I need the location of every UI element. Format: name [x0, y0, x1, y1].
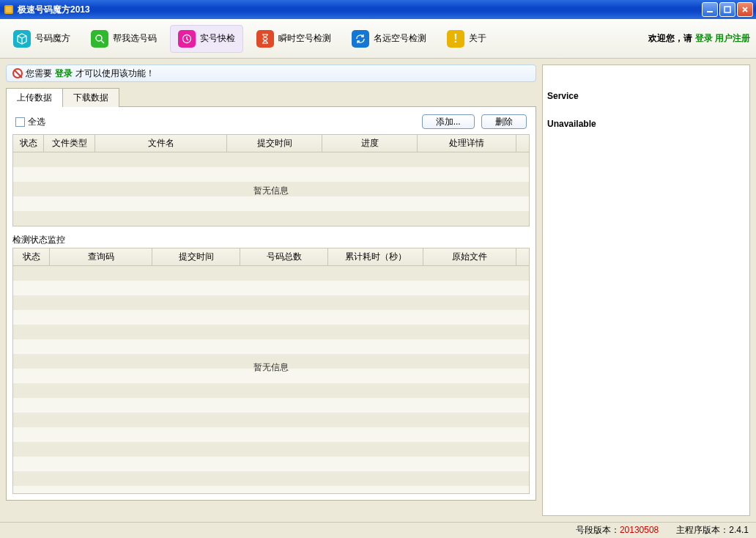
notice-login-link[interactable]: 登录	[55, 67, 73, 80]
monitor-grid-body[interactable]: 暂无信息	[13, 266, 529, 493]
tool-label: 关于	[469, 32, 486, 45]
tool-label: 瞬时空号检测	[278, 32, 331, 45]
tool-quick-check[interactable]: 实号快检	[170, 25, 243, 53]
app-version-label: 主程序版本：	[676, 525, 729, 535]
delete-button[interactable]: 删除	[481, 114, 527, 129]
col-progress[interactable]: 进度	[322, 135, 418, 152]
app-icon	[3, 4, 15, 15]
login-link[interactable]: 登录	[695, 33, 713, 43]
select-all-label: 全选	[28, 116, 45, 128]
forbidden-icon	[12, 68, 23, 78]
col-filename[interactable]: 文件名	[95, 135, 227, 152]
svg-point-3	[96, 35, 102, 41]
tool-label: 帮我选号码	[113, 32, 157, 45]
login-notice: 您需要 登录 才可以使用该功能！	[6, 65, 536, 82]
mcol-status[interactable]: 状态	[13, 248, 50, 265]
minimize-button[interactable]	[702, 2, 718, 17]
mcol-submit-time[interactable]: 提交时间	[152, 248, 240, 265]
svg-rect-1	[707, 11, 713, 12]
welcome-prefix: 欢迎您，请	[648, 33, 694, 43]
window-title: 极速号码魔方2013	[18, 4, 90, 16]
tool-about[interactable]: ! 关于	[440, 25, 494, 53]
clock-icon	[178, 30, 196, 48]
status-bar: 号段版本：20130508 主程序版本：2.4.1	[0, 522, 756, 538]
magnifier-icon	[91, 30, 108, 48]
segment-version-value: 20130508	[620, 525, 659, 535]
close-button[interactable]	[737, 2, 753, 17]
app-version-value: 2.4.1	[729, 525, 749, 535]
upload-panel: 全选 添加... 删除 状态 文件类型 文件名 提交时间 进度 处理详情	[6, 106, 536, 501]
upload-grid-body[interactable]: 暂无信息	[13, 152, 529, 226]
cube-icon	[13, 30, 31, 48]
tool-label: 实号快检	[200, 32, 235, 45]
monitor-title: 检测状态监控	[12, 234, 530, 246]
notice-prefix: 您需要	[26, 67, 52, 80]
mcol-source[interactable]: 原始文件	[423, 248, 516, 265]
window-controls	[702, 2, 753, 17]
side-panel: Service Unavailable	[542, 65, 750, 516]
service-unavailable-heading: Service Unavailable	[547, 78, 745, 134]
upload-empty-message: 暂无信息	[13, 185, 529, 197]
mcol-total[interactable]: 号码总数	[240, 248, 328, 265]
register-link[interactable]: 用户注册	[715, 33, 750, 43]
mcol-query-code[interactable]: 查询码	[50, 248, 152, 265]
col-detail[interactable]: 处理详情	[418, 135, 516, 152]
svg-rect-2	[724, 7, 730, 12]
tab-upload[interactable]: 上传数据	[6, 88, 63, 107]
tool-instant-empty-check[interactable]: 瞬时空号检测	[249, 25, 338, 53]
col-submit-time[interactable]: 提交时间	[227, 135, 322, 152]
monitor-grid: 状态 查询码 提交时间 号码总数 累计耗时（秒） 原始文件 暂无信息	[12, 248, 530, 494]
hourglass-icon	[256, 30, 274, 48]
welcome-text: 欢迎您，请 登录 用户注册	[648, 32, 750, 45]
maximize-button[interactable]	[719, 2, 735, 17]
title-bar: 极速号码魔方2013	[0, 0, 756, 19]
refresh-icon	[352, 30, 369, 48]
mcol-elapsed[interactable]: 累计耗时（秒）	[328, 248, 423, 265]
notice-suffix: 才可以使用该功能！	[75, 67, 155, 80]
checkbox-box-icon	[15, 117, 25, 127]
segment-version-label: 号段版本：	[576, 525, 620, 535]
service-line1: Service	[547, 91, 579, 101]
col-filetype[interactable]: 文件类型	[44, 135, 95, 152]
tool-help-select[interactable]: 帮我选号码	[84, 25, 164, 53]
monitor-empty-message: 暂无信息	[13, 361, 529, 374]
col-status[interactable]: 状态	[13, 135, 44, 152]
info-icon: !	[447, 30, 464, 48]
tool-number-cube[interactable]: 号码魔方	[6, 25, 78, 53]
tool-label: 号码魔方	[35, 32, 70, 45]
segment-version: 号段版本：20130508	[576, 524, 659, 537]
app-version: 主程序版本：2.4.1	[676, 524, 749, 537]
add-button[interactable]: 添加...	[422, 114, 475, 129]
service-line2: Unavailable	[547, 119, 596, 129]
tab-download[interactable]: 下载数据	[62, 88, 119, 107]
main-toolbar: 号码魔方 帮我选号码 实号快检 瞬时空号检测 名远空号检测 ! 关于 欢迎您，请…	[0, 19, 756, 59]
select-all-checkbox[interactable]: 全选	[15, 116, 45, 128]
tool-remote-empty-check[interactable]: 名远空号检测	[344, 25, 434, 53]
tool-label: 名远空号检测	[374, 32, 426, 45]
upload-grid: 状态 文件类型 文件名 提交时间 进度 处理详情 暂无信息	[12, 134, 530, 226]
